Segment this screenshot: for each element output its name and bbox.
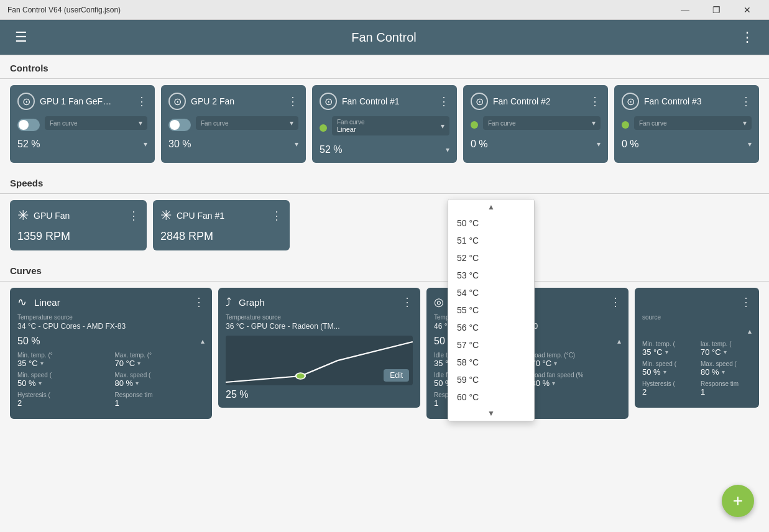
card-title-gpu2: GPU 2 Fan	[191, 96, 234, 106]
curve-menu-icon-target[interactable]: ⋮	[610, 295, 621, 309]
temperature-dropdown: ▲ 50 °C 51 °C 52 °C 53 °C 54 °C 55 °C 56…	[448, 199, 535, 421]
speed-card-header-gpu: ✳ GPU Fan ⋮	[17, 208, 139, 224]
collapse-icon-4[interactable]: ▴	[748, 327, 752, 336]
speed-card-menu-cpu[interactable]: ⋮	[271, 209, 282, 222]
max-speed-param-4: Max. speed ( 80 % ▾	[701, 360, 752, 377]
fan-spin-icon-cpu: ✳	[160, 208, 172, 224]
linear-curve-icon: ∿	[17, 295, 27, 309]
speed-value-fc1: 52 %	[320, 144, 342, 155]
card-menu-icon-fc3[interactable]: ⋮	[740, 94, 752, 108]
edit-graph-button[interactable]: Edit	[384, 369, 409, 382]
speed-rpm-cpu: 2848 RPM	[160, 230, 282, 243]
fan-curve-label-fc1: Fan curve	[337, 119, 364, 126]
card-title-fc2: Fan Control #2	[493, 96, 551, 106]
percent-row-4: ▴	[642, 327, 752, 336]
speed-card-title-cpu: CPU Fan #1	[177, 211, 224, 221]
fan-curve-dropdown-fc2[interactable]: Fan curve ▾	[483, 116, 601, 130]
collapse-icon-target[interactable]: ▴	[617, 337, 621, 346]
min-speed-param-linear: Min. speed ( 50 % ▾	[17, 372, 108, 388]
curve-menu-icon-4[interactable]: ⋮	[740, 295, 752, 309]
chevron-down-icon-fc1: ▾	[441, 122, 444, 131]
dropdown-item-51[interactable]: 51 °C	[448, 232, 534, 249]
dropdown-item-58[interactable]: 58 °C	[448, 354, 534, 371]
expand-icon-fc1[interactable]: ▾	[446, 145, 449, 154]
load-fan-value-target: 80 % ▾	[532, 378, 622, 388]
control-card-gpu1: ⊙ GPU 1 Fan GeFor... ⋮ Fan curve ▾ 52 %	[10, 85, 155, 163]
fan-curve-dropdown-fc3[interactable]: Fan curve ▾	[634, 116, 752, 130]
minimize-button[interactable]: —	[671, 0, 699, 20]
speed-row-fc1: 52 % ▾	[320, 144, 449, 155]
dropdown-item-60[interactable]: 60 °C	[448, 388, 534, 406]
expand-icon-gpu1[interactable]: ▾	[144, 140, 147, 149]
toggle-row-fc3: Fan curve ▾	[622, 116, 752, 134]
toggle-row-gpu2: Fan curve ▾	[168, 116, 298, 134]
param-row-linear-1: Min. temp. (° 35 °C ▾ Max. temp. (° 70 °…	[17, 352, 205, 368]
titlebar: Fan Control V64 (userConfig.json) — ❐ ✕	[0, 0, 769, 20]
close-button[interactable]: ✕	[733, 0, 762, 20]
control-card-fc1: ⊙ Fan Control #1 ⋮ Fan curve Linear ▾ 52…	[312, 85, 457, 163]
max-temp-param-4: lax. temp. ( 70 °C ▾	[701, 341, 752, 357]
expand-icon-gpu2[interactable]: ▾	[295, 140, 298, 149]
add-fab-button[interactable]: +	[722, 485, 754, 517]
expand-icon-fc3[interactable]: ▾	[748, 140, 752, 149]
dropdown-item-53[interactable]: 53 °C	[448, 267, 534, 284]
card-header-left-fc1: ⊙ Fan Control #1	[320, 93, 400, 110]
max-temp-chevron-linear: ▾	[137, 360, 140, 367]
response-param-4: Response tim 1	[701, 380, 752, 397]
hysteresis-label-linear: Hysteresis (	[17, 392, 108, 398]
dropdown-item-57[interactable]: 57 °C	[448, 336, 534, 354]
card-title-fc3: Fan Control #3	[644, 96, 702, 106]
expand-icon-fc2[interactable]: ▾	[597, 140, 601, 149]
curve-header-4: ⋮	[642, 295, 752, 309]
min-speed-label-4: Min. speed (	[642, 360, 693, 367]
card-menu-icon-gpu2[interactable]: ⋮	[287, 94, 298, 108]
dropdown-list: 50 °C 51 °C 52 °C 53 °C 54 °C 55 °C 56 °…	[448, 214, 534, 406]
dropdown-scroll-down-button[interactable]: ▼	[448, 406, 534, 421]
card-header-left-fc2: ⊙ Fan Control #2	[471, 93, 551, 110]
dropdown-item-56[interactable]: 56 °C	[448, 319, 534, 336]
speed-card-menu-gpu[interactable]: ⋮	[128, 209, 139, 222]
more-options-icon[interactable]: ⋮	[735, 24, 759, 50]
hamburger-menu-icon[interactable]: ☰	[10, 24, 32, 50]
curve-menu-icon-graph[interactable]: ⋮	[402, 295, 413, 309]
max-temp-label-linear: Max. temp. (°	[115, 352, 205, 359]
min-temp-chevron-linear: ▾	[40, 360, 44, 367]
control-card-gpu2: ⊙ GPU 2 Fan ⋮ Fan curve ▾ 30 % ▾	[161, 85, 306, 163]
titlebar-title: Fan Control V64 (userConfig.json)	[7, 6, 121, 14]
card-menu-icon-fc2[interactable]: ⋮	[589, 94, 601, 108]
dropdown-item-55[interactable]: 55 °C	[448, 301, 534, 319]
response-value-linear: 1	[115, 398, 205, 408]
temp-source-label-4: source	[642, 314, 752, 321]
speed-value-fc3: 0 %	[622, 139, 639, 150]
status-dot-fc3	[622, 121, 629, 129]
fan-curve-dropdown-gpu1[interactable]: Fan curve ▾	[45, 116, 147, 130]
card-menu-icon-fc1[interactable]: ⋮	[438, 94, 449, 108]
fan-curve-dropdown-gpu2[interactable]: Fan curve ▾	[196, 116, 298, 130]
card-menu-icon-gpu1[interactable]: ⋮	[136, 94, 147, 108]
toggle-gpu1[interactable]	[17, 119, 40, 131]
app-title: Fan Control	[32, 30, 735, 45]
min-temp-label-4: Min. temp. (	[642, 341, 693, 347]
response-label-4: Response tim	[701, 380, 752, 387]
fan-curve-dropdown-fc1[interactable]: Fan curve Linear ▾	[332, 116, 449, 135]
fan-icon-fc2: ⊙	[471, 93, 488, 110]
app-header: ☰ Fan Control ⋮	[0, 20, 769, 55]
fan-spin-icon-gpu: ✳	[17, 208, 29, 224]
dropdown-item-52[interactable]: 52 °C	[448, 249, 534, 267]
toggle-gpu2[interactable]	[168, 119, 191, 131]
card-header-fc2: ⊙ Fan Control #2 ⋮	[471, 93, 601, 110]
dropdown-item-54[interactable]: 54 °C	[448, 284, 534, 301]
max-speed-label-4: Max. speed (	[701, 360, 752, 367]
card-header-gpu2: ⊙ GPU 2 Fan ⋮	[168, 93, 298, 110]
dropdown-item-50[interactable]: 50 °C	[448, 214, 534, 232]
dropdown-scroll-up-button[interactable]: ▲	[448, 200, 534, 214]
collapse-icon-linear[interactable]: ▴	[201, 337, 205, 346]
min-speed-param-4: Min. speed ( 50 % ▾	[642, 360, 693, 377]
curve-menu-icon-linear[interactable]: ⋮	[193, 295, 205, 309]
hysteresis-value-4: 2	[642, 387, 693, 397]
max-speed-chevron-linear: ▾	[136, 380, 139, 387]
maximize-button[interactable]: ❐	[702, 0, 730, 20]
target-curve-icon: ◎	[434, 295, 444, 309]
percent-row-graph: 25 %	[226, 389, 413, 400]
dropdown-item-59[interactable]: 59 °C	[448, 371, 534, 388]
